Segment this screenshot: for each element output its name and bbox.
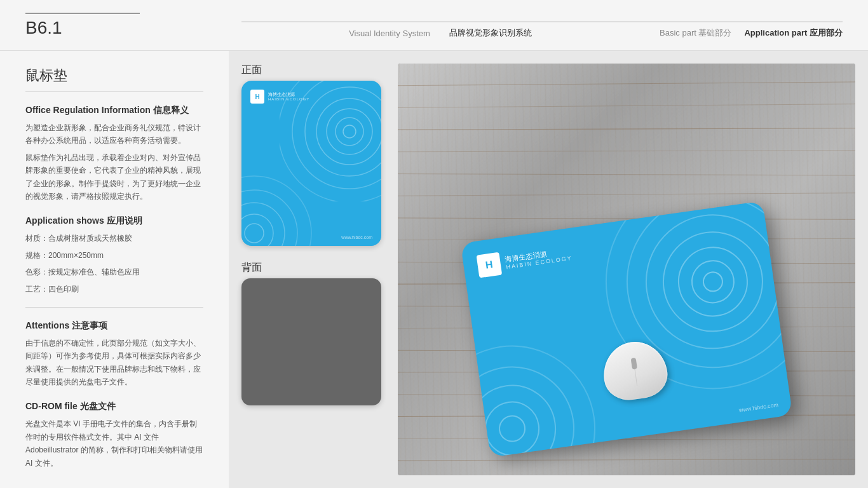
photo-logo: H 海博生态消源 HAIBIN ECOLOGY xyxy=(477,242,574,278)
logo-cn: 海博生态消源 xyxy=(268,92,309,97)
app-text3: 色彩：按规定标准色、辅助色应用 xyxy=(25,266,203,278)
rings-bottom-left xyxy=(241,170,318,246)
app-part-label: Application part 应用部分 xyxy=(744,27,843,39)
logo-icon: H xyxy=(250,90,264,104)
svg-line-13 xyxy=(398,104,855,108)
front-label: 正面 xyxy=(241,64,388,246)
svg-line-15 xyxy=(398,151,855,152)
svg-point-37 xyxy=(498,414,526,443)
svg-point-11 xyxy=(241,176,311,246)
page-number: B6.1 xyxy=(25,13,140,38)
sidebar: 鼠标垫 Office Regulation Information 信息释义 为… xyxy=(0,51,229,488)
svg-point-8 xyxy=(241,214,273,246)
svg-point-30 xyxy=(702,271,724,292)
photo-logo-icon: H xyxy=(477,252,503,278)
basic-part-label: Basic part 基础部分 xyxy=(660,27,731,39)
svg-point-10 xyxy=(241,190,297,246)
website-text: www.hibdc.com xyxy=(341,235,372,240)
back-label: 背面 xyxy=(241,261,388,274)
app-text2: 规格：200mm×250mm xyxy=(25,249,203,262)
logo-text: 海博生态消源 HAIBIN ECOLOGY xyxy=(268,92,309,101)
regulation-text1: 为塑造企业新形象，配合企业商务礼仪规范，特设计各种办公系统用品，以适应各种商务活… xyxy=(25,121,203,147)
mousepad-logo: H 海博生态消源 HAIBIN ECOLOGY xyxy=(250,90,309,104)
photo-mousepad: H 海博生态消源 HAIBIN ECOLOGY www.hibdc.com xyxy=(461,201,793,457)
cdrom-heading: CD-ROM file 光盘文件 xyxy=(25,401,203,412)
attentions-heading: Attentions 注意事项 xyxy=(25,320,203,332)
mouse-scroll-wheel xyxy=(631,358,637,370)
header-center: Visual Identity System 品牌视觉形象识别系统 xyxy=(241,22,639,50)
svg-line-28 xyxy=(398,438,855,440)
mouse-body xyxy=(600,338,671,403)
svg-point-0 xyxy=(343,125,356,138)
vi-label: Visual Identity System xyxy=(349,29,430,38)
mousepad-front: H 海博生态消源 HAIBIN ECOLOGY www.hibdc.com xyxy=(241,81,381,246)
mousepad-back xyxy=(241,278,381,405)
svg-line-18 xyxy=(398,218,855,219)
svg-point-1 xyxy=(336,118,363,146)
mouse-divider xyxy=(635,367,638,386)
svg-line-14 xyxy=(398,128,855,130)
svg-point-38 xyxy=(482,398,543,458)
svg-point-33 xyxy=(657,226,769,337)
svg-point-31 xyxy=(689,258,737,306)
photo-logo-text: 海博生态消源 HAIBIN ECOLOGY xyxy=(505,246,573,271)
divider-1 xyxy=(25,307,203,308)
mouse-on-pad xyxy=(587,336,684,412)
app-text4: 工艺：四色印刷 xyxy=(25,283,203,295)
svg-point-9 xyxy=(241,203,285,246)
header-right: Basic part 基础部分 Application part 应用部分 xyxy=(639,22,843,50)
regulation-heading: Office Regulation Information 信息释义 xyxy=(25,105,203,116)
svg-point-2 xyxy=(327,109,372,154)
svg-point-32 xyxy=(674,243,752,320)
logo-en: HAIBIN ECOLOGY xyxy=(268,97,309,101)
svg-line-29 xyxy=(398,459,855,461)
mousepad-column: 正面 xyxy=(241,64,388,475)
photo-area: H 海博生态消源 HAIBIN ECOLOGY www.hibdc.com xyxy=(398,64,855,475)
header-left: B6.1 xyxy=(25,13,241,38)
mousepad-front-inner: H 海博生态消源 HAIBIN ECOLOGY www.hibdc.com xyxy=(241,81,381,246)
cdrom-text: 光盘文件是本 VI 手册电子文件的集合，内含手册制作时的专用软件格式文件。其中 … xyxy=(25,417,203,470)
app-text1: 材质：合成树脂材质或天然橡胶 xyxy=(25,232,203,245)
regulation-text2: 鼠标垫作为礼品出现，承载着企业对内、对外宣传品牌形象的重要使命，它代表了企业的精… xyxy=(25,151,203,203)
content-area: 正面 xyxy=(229,51,868,488)
attentions-text: 由于信息的不确定性，此页部分规范（如文字大小、间距等）可作为参考使用，具体可根据… xyxy=(25,337,203,389)
svg-line-12 xyxy=(398,82,855,86)
svg-line-16 xyxy=(398,174,855,175)
application-heading: Application shows 应用说明 xyxy=(25,215,203,227)
sidebar-title: 鼠标垫 xyxy=(25,66,203,92)
main-content: 鼠标垫 Office Regulation Information 信息释义 为… xyxy=(0,51,868,488)
header: B6.1 Visual Identity System 品牌视觉形象识别系统 B… xyxy=(0,0,868,51)
svg-point-7 xyxy=(245,224,264,243)
svg-point-34 xyxy=(637,207,788,357)
photo-bg: H 海博生态消源 HAIBIN ECOLOGY www.hibdc.com xyxy=(398,64,855,475)
back-section: 背面 xyxy=(241,255,388,405)
vi-cn-label: 品牌视觉形象识别系统 xyxy=(449,27,532,39)
svg-line-17 xyxy=(398,193,855,196)
photo-website: www.hibdc.com xyxy=(738,402,778,414)
